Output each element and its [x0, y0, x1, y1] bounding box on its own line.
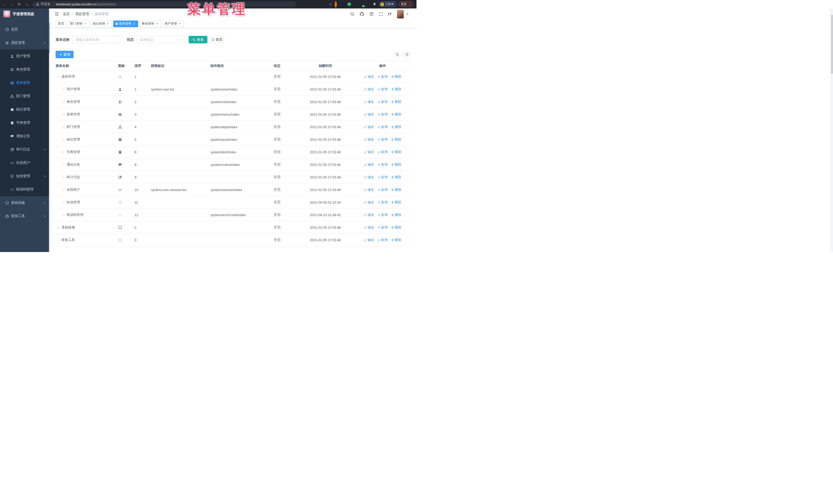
row-edit-button[interactable]: 修改	[364, 213, 374, 217]
chevron-right-icon[interactable]	[62, 126, 65, 128]
hamburger-collapse-icon[interactable]	[54, 12, 59, 16]
chevron-right-icon[interactable]	[62, 113, 65, 116]
close-icon[interactable]: ×	[106, 22, 110, 25]
tab-menu[interactable]: 菜单管理×	[113, 21, 138, 27]
bookmark-star-icon[interactable]: ☆	[329, 2, 332, 7]
menu-name-input[interactable]	[73, 36, 120, 43]
paused-badge[interactable]: 已暂停	[379, 2, 397, 7]
search-button[interactable]: 搜索	[189, 36, 207, 43]
sidebar-item-dict[interactable]: 字典管理	[0, 116, 50, 129]
chevron-right-icon[interactable]	[62, 138, 65, 141]
row-delete-button[interactable]: 删除	[391, 225, 401, 230]
app-logo[interactable]: 芋道管理系统	[0, 8, 50, 20]
extension-icon[interactable]	[366, 2, 371, 6]
row-delete-button[interactable]: 删除	[391, 125, 401, 129]
extension-icon[interactable]	[334, 2, 339, 6]
extension-icon[interactable]: ✓	[347, 2, 351, 6]
chevron-right-icon[interactable]	[57, 226, 60, 229]
sidebar-item-infra[interactable]: 基础设施	[0, 196, 50, 210]
toggle-search-button[interactable]	[394, 51, 401, 58]
row-delete-button[interactable]: 删除	[391, 188, 401, 192]
chevron-right-icon[interactable]	[57, 239, 60, 241]
breadcrumb-home[interactable]: 首页	[63, 12, 70, 17]
sidebar-scrollbar[interactable]	[49, 8, 50, 252]
row-delete-button[interactable]: 删除	[391, 163, 401, 167]
row-edit-button[interactable]: 修改	[364, 112, 374, 117]
sidebar-item-sms[interactable]: 短信管理	[0, 169, 50, 183]
row-delete-button[interactable]: 删除	[391, 200, 401, 205]
extension-icon[interactable]	[341, 2, 345, 6]
row-edit-button[interactable]: 修改	[364, 238, 374, 242]
row-add-button[interactable]: 新增	[378, 137, 387, 142]
row-delete-button[interactable]: 删除	[391, 75, 401, 79]
chevron-down-icon[interactable]	[57, 75, 60, 78]
row-delete-button[interactable]: 删除	[391, 150, 401, 154]
row-delete-button[interactable]: 删除	[391, 213, 401, 217]
extension-icon[interactable]	[353, 2, 358, 6]
reset-button[interactable]: 重置	[210, 36, 224, 43]
row-edit-button[interactable]: 修改	[364, 225, 374, 230]
chevron-down-icon[interactable]: ▼	[406, 13, 409, 16]
row-edit-button[interactable]: 修改	[364, 125, 374, 129]
fullscreen-icon[interactable]	[379, 12, 383, 16]
avatar[interactable]	[397, 10, 404, 19]
sidebar-item-system[interactable]: 系统管理	[0, 36, 50, 49]
row-delete-button[interactable]: 删除	[391, 238, 401, 242]
row-edit-button[interactable]: 修改	[364, 100, 374, 104]
tab-dept[interactable]: 部门管理×	[68, 21, 89, 27]
sidebar-item-dept[interactable]: 部门管理	[0, 90, 50, 103]
sidebar-item-post[interactable]: 岗位管理	[0, 103, 50, 116]
browser-reload-button[interactable]: ↻	[15, 2, 23, 7]
breadcrumb-system[interactable]: 系统管理	[75, 12, 89, 17]
add-button[interactable]: 新增	[56, 51, 74, 58]
row-delete-button[interactable]: 删除	[391, 87, 401, 92]
browser-forward-button[interactable]: →	[8, 2, 15, 6]
close-icon[interactable]: ×	[155, 22, 159, 25]
chevron-right-icon[interactable]	[62, 100, 65, 103]
chevron-right-icon[interactable]	[62, 188, 65, 191]
row-add-button[interactable]: 新增	[378, 87, 387, 92]
github-icon[interactable]	[360, 12, 364, 17]
close-icon[interactable]: ×	[178, 22, 182, 25]
row-edit-button[interactable]: 修改	[364, 175, 374, 179]
row-add-button[interactable]: 新增	[378, 200, 387, 205]
sidebar-item-home[interactable]: 首页	[0, 23, 50, 36]
sidebar-item-online-user[interactable]: 在线用户	[0, 156, 50, 169]
row-add-button[interactable]: 新增	[378, 112, 387, 117]
row-delete-button[interactable]: 删除	[391, 137, 401, 142]
help-icon[interactable]	[369, 12, 374, 16]
sidebar-item-menu[interactable]: 菜单管理	[0, 76, 50, 90]
row-add-button[interactable]: 新增	[378, 213, 387, 217]
row-add-button[interactable]: 新增	[378, 238, 387, 242]
row-add-button[interactable]: 新增	[378, 175, 387, 179]
row-add-button[interactable]: 新增	[378, 100, 387, 104]
chevron-right-icon[interactable]	[62, 151, 65, 153]
sidebar-item-role[interactable]: 角色管理	[0, 63, 50, 76]
chevron-right-icon[interactable]	[62, 176, 65, 179]
update-button[interactable]: 更新⋮	[399, 2, 413, 7]
row-edit-button[interactable]: 修改	[364, 137, 374, 142]
extensions-puzzle-icon[interactable]	[373, 2, 377, 6]
browser-home-button[interactable]: ⌂	[23, 2, 31, 6]
security-label[interactable]: 不安全	[41, 2, 50, 6]
sidebar-item-dev-tools[interactable]: 研发工具	[0, 210, 50, 223]
row-edit-button[interactable]: 修改	[364, 163, 374, 167]
row-delete-button[interactable]: 删除	[391, 112, 401, 117]
row-add-button[interactable]: 新增	[378, 125, 387, 129]
close-icon[interactable]: ×	[84, 22, 87, 25]
sidebar-item-user[interactable]: 用户管理	[0, 49, 50, 63]
status-select[interactable]: 菜单状态	[137, 36, 186, 43]
row-edit-button[interactable]: 修改	[364, 150, 374, 154]
sidebar-item-audit-log[interactable]: 审计日志	[0, 143, 50, 156]
row-add-button[interactable]: 新增	[378, 225, 387, 230]
chevron-right-icon[interactable]	[62, 163, 65, 166]
row-add-button[interactable]: 新增	[378, 150, 387, 154]
close-icon[interactable]: ×	[133, 22, 136, 25]
row-edit-button[interactable]: 修改	[364, 87, 374, 92]
tab-home[interactable]: 首页	[56, 21, 66, 27]
row-edit-button[interactable]: 修改	[364, 188, 374, 192]
row-edit-button[interactable]: 修改	[364, 75, 374, 79]
row-edit-button[interactable]: 修改	[364, 200, 374, 205]
row-add-button[interactable]: 新增	[378, 163, 387, 167]
tab-role[interactable]: 角色管理×	[139, 21, 161, 27]
